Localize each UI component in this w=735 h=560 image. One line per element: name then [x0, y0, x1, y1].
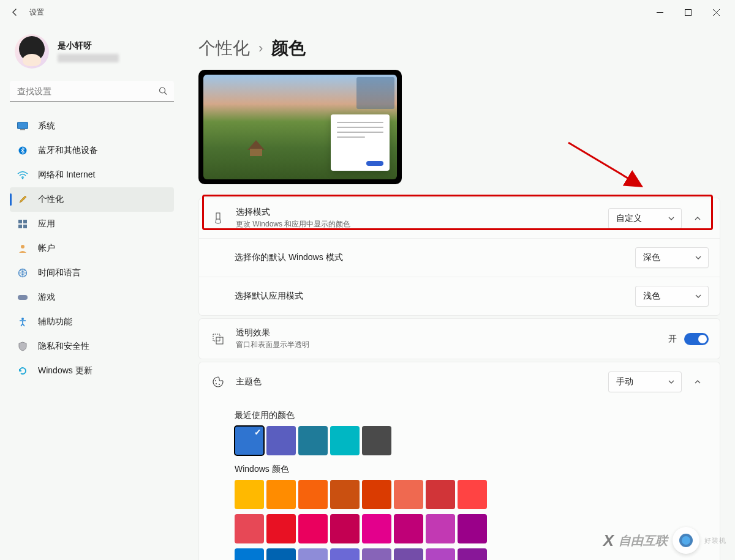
sidebar-item-accounts[interactable]: 帐户: [10, 236, 174, 261]
app-mode-label: 选择默认应用模式: [235, 291, 635, 302]
arrow-left-icon: [10, 7, 20, 17]
accent-expander[interactable]: [687, 371, 709, 393]
user-profile[interactable]: 是小轩呀: [10, 24, 174, 81]
toggle-state-label: 开: [668, 334, 677, 345]
color-swatch[interactable]: [362, 514, 391, 543]
shield-icon: [17, 341, 28, 352]
color-swatch[interactable]: [235, 548, 264, 560]
minimize-icon: [657, 9, 663, 16]
sidebar-item-apps[interactable]: 应用: [10, 212, 174, 236]
windows-mode-dropdown[interactable]: 深色: [635, 247, 709, 268]
search-icon: [159, 87, 168, 96]
svg-rect-14: [216, 213, 220, 219]
chevron-up-icon: [693, 214, 702, 223]
color-swatch[interactable]: [266, 514, 296, 543]
person-icon: [17, 243, 28, 254]
recent-colors: [235, 426, 529, 455]
mode-dropdown[interactable]: 自定义: [608, 208, 682, 229]
sidebar-item-accessibility[interactable]: 辅助功能: [10, 310, 174, 334]
transparency-desc: 窗口和表面显示半透明: [236, 340, 668, 350]
bluetooth-icon: [17, 145, 28, 156]
chevron-down-icon: [668, 215, 675, 222]
maximize-button[interactable]: [674, 2, 702, 22]
color-swatch[interactable]: [235, 426, 264, 455]
breadcrumb-parent[interactable]: 个性化: [198, 37, 250, 60]
transparency-toggle[interactable]: [684, 333, 709, 345]
wifi-icon: [17, 170, 28, 181]
update-icon: [17, 365, 28, 376]
search-input[interactable]: [10, 81, 174, 102]
color-swatch[interactable]: [426, 480, 455, 509]
svg-rect-12: [18, 295, 28, 300]
color-swatch[interactable]: [330, 548, 360, 560]
color-swatch[interactable]: [394, 548, 423, 560]
mode-expander[interactable]: [687, 207, 709, 230]
sidebar-item-time[interactable]: 时间和语言: [10, 261, 174, 285]
palette-icon: [211, 376, 225, 388]
accent-dropdown[interactable]: 手动: [608, 371, 682, 392]
mode-card: 选择模式 更改 Windows 和应用中显示的颜色 自定义 选择你的默认 Win…: [198, 198, 720, 316]
apps-icon: [17, 218, 28, 230]
search-box[interactable]: [10, 81, 174, 102]
sidebar-item-label: 帐户: [38, 243, 55, 254]
svg-rect-7: [23, 220, 27, 223]
color-swatch[interactable]: [266, 480, 296, 509]
minimize-button[interactable]: [646, 2, 674, 22]
svg-rect-0: [685, 9, 691, 15]
color-swatch[interactable]: [458, 548, 487, 560]
color-swatch[interactable]: [330, 514, 360, 543]
color-swatch[interactable]: [362, 548, 391, 560]
color-swatch[interactable]: [298, 480, 328, 509]
color-swatch[interactable]: [394, 514, 423, 543]
sidebar-item-label: 网络和 Internet: [38, 170, 95, 181]
color-swatch[interactable]: [330, 426, 360, 455]
sidebar-item-bluetooth[interactable]: 蓝牙和其他设备: [10, 138, 174, 163]
sidebar-item-label: Windows 更新: [38, 365, 92, 376]
svg-point-19: [219, 384, 220, 385]
sidebar-item-personalization[interactable]: 个性化: [10, 187, 174, 212]
back-button[interactable]: [5, 2, 24, 22]
app-mode-dropdown[interactable]: 浅色: [635, 286, 709, 307]
sidebar-item-label: 辅助功能: [38, 316, 72, 327]
sidebar-item-update[interactable]: Windows 更新: [10, 359, 174, 383]
color-swatch[interactable]: [394, 480, 423, 509]
sidebar-item-privacy[interactable]: 隐私和安全性: [10, 334, 174, 359]
color-swatch[interactable]: [426, 514, 455, 543]
svg-rect-9: [23, 225, 27, 228]
color-swatch[interactable]: [235, 514, 264, 543]
close-button[interactable]: [702, 2, 730, 22]
color-swatch[interactable]: [298, 548, 328, 560]
color-swatch[interactable]: [298, 514, 328, 543]
color-swatch[interactable]: [458, 514, 487, 543]
color-swatch[interactable]: [458, 480, 487, 509]
sidebar-item-gaming[interactable]: 游戏: [10, 285, 174, 310]
color-swatch[interactable]: [362, 426, 391, 455]
svg-point-17: [215, 380, 216, 381]
sidebar-item-label: 时间和语言: [38, 267, 81, 278]
color-swatch[interactable]: [266, 548, 296, 560]
transparency-title: 透明效果: [236, 327, 668, 338]
mode-desc: 更改 Windows 和应用中显示的颜色: [236, 219, 608, 230]
breadcrumb: 个性化 › 颜色: [198, 37, 720, 60]
color-swatch[interactable]: [426, 548, 455, 560]
chevron-down-icon: [668, 378, 675, 386]
color-swatch[interactable]: [298, 426, 328, 455]
color-swatch[interactable]: [235, 480, 264, 509]
svg-rect-3: [20, 129, 25, 130]
color-swatch[interactable]: [362, 480, 391, 509]
chevron-right-icon: ›: [258, 40, 263, 56]
chevron-down-icon: [695, 293, 702, 300]
desktop-preview: [198, 70, 402, 184]
sidebar-item-system[interactable]: 系统: [10, 114, 174, 138]
window-title: 设置: [29, 7, 44, 18]
sidebar-item-label: 系统: [38, 121, 55, 132]
svg-point-5: [22, 177, 23, 179]
breadcrumb-current: 颜色: [271, 37, 306, 60]
color-swatch[interactable]: [266, 426, 296, 455]
svg-point-13: [21, 318, 24, 320]
svg-point-18: [216, 383, 217, 384]
svg-point-1: [160, 88, 165, 93]
accessibility-icon: [17, 316, 28, 327]
sidebar-item-network[interactable]: 网络和 Internet: [10, 163, 174, 187]
color-swatch[interactable]: [330, 480, 360, 509]
